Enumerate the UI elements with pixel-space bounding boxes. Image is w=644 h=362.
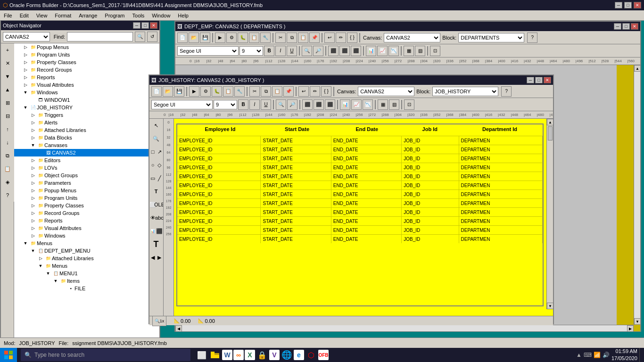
close-button[interactable]: ✕ <box>634 2 641 8</box>
job-undo-btn[interactable]: ↩ <box>298 86 309 97</box>
tool-e[interactable]: ▭ <box>149 172 156 185</box>
menu-program[interactable]: Program <box>101 10 128 20</box>
taskbar-red[interactable]: ⬡ <box>305 349 317 361</box>
job-block-select[interactable]: JOB_HISTORY <box>432 87 498 96</box>
start-button[interactable] <box>0 348 17 362</box>
tree-items[interactable]: ▼ 📁 Items <box>14 277 159 285</box>
job-minimize-btn[interactable]: ─ <box>527 77 534 83</box>
job-align-center-btn[interactable]: ⬛ <box>314 99 324 110</box>
align-left-btn[interactable]: ⬛ <box>328 46 339 56</box>
menu-arrange[interactable]: Arrange <box>75 10 101 20</box>
tree-windows[interactable]: ▷ 📁 Windows <box>14 232 159 239</box>
bold-btn[interactable]: B <box>264 46 274 56</box>
tree-object-groups[interactable]: ▷ 📁 Object Groups <box>14 172 159 179</box>
job-chart2-btn[interactable]: 📈 <box>351 99 362 110</box>
job-chart3-btn[interactable]: 📉 <box>363 99 373 110</box>
dept-minimize-btn[interactable]: ─ <box>614 23 621 30</box>
tool-k[interactable]: 📊 <box>149 224 156 238</box>
cut-btn[interactable]: ✂ <box>275 33 286 43</box>
taskbar-search-box[interactable]: 🔍 Type here to search <box>21 349 190 361</box>
job-zoom-in-btn[interactable]: 🔍 <box>276 99 286 110</box>
nav-maximize-btn[interactable]: □ <box>141 22 149 29</box>
undo-btn[interactable]: ↩ <box>324 33 335 43</box>
scroll-thumb-v[interactable] <box>548 126 553 140</box>
job-help-btn[interactable]: ? <box>501 86 512 97</box>
menu-help[interactable]: Help <box>174 10 192 20</box>
taskbar-vs[interactable]: V <box>269 350 280 360</box>
menu-view[interactable]: View <box>33 10 51 20</box>
job-compile-btn[interactable]: ⚙ <box>200 86 211 97</box>
scroll-track-v[interactable] <box>634 72 640 318</box>
job-font-select[interactable]: Segoe UI <box>151 100 213 109</box>
minimize-button[interactable]: ─ <box>615 2 622 8</box>
maximize-button[interactable]: □ <box>624 2 632 8</box>
job-canvas-select[interactable]: CANVAS2 <box>358 87 414 96</box>
menu-format[interactable]: Format <box>51 10 75 20</box>
job-close-btn[interactable]: ✕ <box>544 77 551 83</box>
taskbar-blue[interactable]: e <box>294 350 304 360</box>
scroll-left-btn[interactable]: ◀ <box>175 325 182 331</box>
taskbar-item3[interactable]: ∞ <box>233 350 244 360</box>
menu-file[interactable]: File <box>0 10 16 20</box>
tree-file-item[interactable]: ▪ FILE <box>14 285 159 292</box>
tree-data-blocks[interactable]: ▷ 📁 Data Blocks <box>14 134 159 141</box>
tool-T-big[interactable]: T <box>149 238 163 251</box>
job-align-right-btn[interactable]: ⬛ <box>325 99 335 110</box>
job-scroll-v[interactable]: ▲ ▼ <box>546 119 553 309</box>
align-center-btn[interactable]: ⬛ <box>339 46 350 56</box>
tree-windows-top[interactable]: ▼ 📁 Windows <box>14 89 159 96</box>
job-paste-btn[interactable]: 📋 <box>272 86 282 97</box>
tree-dept-emp-menu[interactable]: ▼ 📋 DEPT_EMP_MENU <box>14 247 159 255</box>
border2-btn[interactable]: ▧ <box>415 46 425 56</box>
zoom-tool[interactable]: 🔍 <box>149 132 163 145</box>
nav-collapse-all-btn[interactable]: ⊟ <box>1 109 14 123</box>
paste2-btn[interactable]: 📌 <box>309 33 320 43</box>
job-save-btn[interactable]: 💾 <box>174 86 184 97</box>
taskbar-explorer[interactable] <box>209 349 221 361</box>
tree-program-units-top[interactable]: ▷ 📁 Program Units <box>14 51 159 58</box>
tool-l[interactable]: ⬛ <box>156 224 163 238</box>
nav-collapse-btn[interactable]: ▲ <box>1 83 14 96</box>
nav-new-btn[interactable]: + <box>1 43 14 57</box>
job-paste2-btn[interactable]: 📌 <box>283 86 294 97</box>
taskbar-taskview[interactable]: ⬜ <box>196 349 208 361</box>
job-align-left-btn[interactable]: ⬛ <box>302 99 313 110</box>
dept-canvas-select[interactable]: CANVAS2 <box>384 33 440 42</box>
job-copy-btn[interactable]: ⧉ <box>261 86 271 97</box>
job-run-btn[interactable]: ▶ <box>189 86 199 97</box>
job-zoom-indicator[interactable]: 🔍1x <box>152 316 166 326</box>
tree-lovs[interactable]: ▷ 📁 LOVs <box>14 164 159 172</box>
taskbar-excel[interactable]: X <box>245 350 255 360</box>
tree-triggers[interactable]: ▷ 📁 Triggers <box>14 111 159 119</box>
taskbar-lock[interactable]: 🔒 <box>256 349 268 361</box>
text-tool[interactable]: T <box>149 185 163 198</box>
tree-window1[interactable]: 🗔 WINDOW1 <box>14 96 159 104</box>
job-zoom-out-btn[interactable]: 🔎 <box>287 99 297 110</box>
job-cut-btn[interactable]: ✂ <box>249 86 260 97</box>
tree-menus-sub[interactable]: ▼ 📁 Menus <box>14 262 159 270</box>
nav-copy-btn[interactable]: ⧉ <box>1 149 14 162</box>
tree-canvases[interactable]: ▼ 📁 Canvases <box>14 141 159 149</box>
tree-reports[interactable]: ▷ 📁 Reports <box>14 217 159 224</box>
tray-expand-icon[interactable]: ▲ <box>576 352 582 358</box>
tree-menu1[interactable]: ▼ 📋 MENU1 <box>14 270 159 277</box>
chart3-btn[interactable]: 📉 <box>388 46 399 56</box>
nav-selector[interactable]: CANVAS2 <box>3 32 50 41</box>
tool-n[interactable]: ▶ <box>156 251 163 264</box>
job-border1-btn[interactable]: ▦ <box>378 99 388 110</box>
job-redo-btn[interactable]: ✏ <box>310 86 320 97</box>
align-right-btn[interactable]: ⬛ <box>351 46 361 56</box>
chart2-btn[interactable]: 📈 <box>377 46 388 56</box>
open-btn[interactable]: 📂 <box>189 33 199 43</box>
new-btn[interactable]: 📄 <box>177 33 188 43</box>
menu-tools[interactable]: Tools <box>129 10 149 20</box>
tree-parameters[interactable]: ▷ 📁 Parameters <box>14 179 159 187</box>
job-new-btn[interactable]: 📄 <box>151 86 162 97</box>
tool-d[interactable]: ◇ <box>156 158 163 172</box>
scroll-track-h[interactable] <box>182 325 627 331</box>
compile-btn[interactable]: ⚙ <box>226 33 237 43</box>
nav-expand-btn[interactable]: ▼ <box>1 70 14 83</box>
scroll-down-btn[interactable]: ▼ <box>634 318 640 325</box>
nav-search-btn[interactable]: 🔍 <box>135 32 145 42</box>
nav-minimize-btn[interactable]: ─ <box>133 22 140 29</box>
